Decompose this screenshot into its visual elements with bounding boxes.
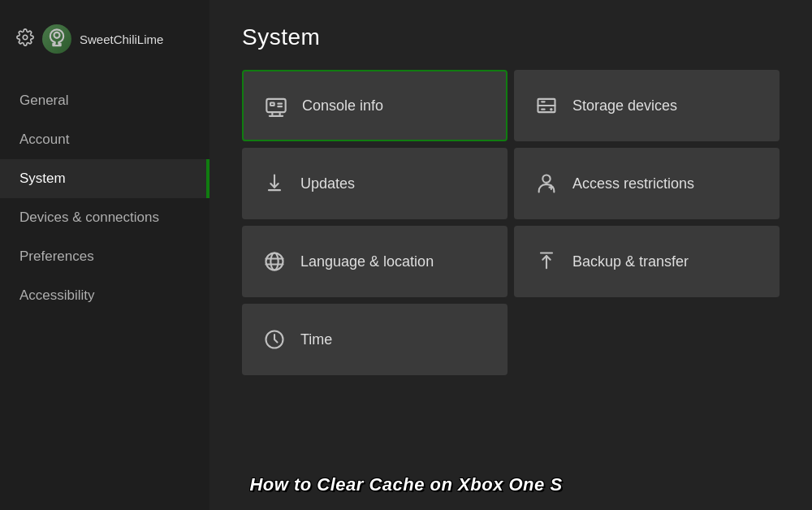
main-content: System Console info bbox=[209, 0, 812, 510]
console-info-icon bbox=[263, 94, 289, 117]
page-title: System bbox=[242, 24, 780, 50]
svg-point-13 bbox=[550, 108, 553, 111]
time-icon bbox=[261, 328, 287, 351]
language-location-icon bbox=[261, 250, 287, 273]
language-location-tile[interactable]: Language & location bbox=[242, 226, 508, 297]
sidebar-item-general[interactable]: General bbox=[0, 81, 209, 120]
access-restrictions-label: Access restrictions bbox=[572, 175, 694, 192]
sidebar-item-accessibility[interactable]: Accessibility bbox=[0, 276, 209, 315]
access-restrictions-tile[interactable]: Access restrictions bbox=[514, 148, 780, 219]
avatar bbox=[42, 24, 71, 54]
svg-rect-6 bbox=[270, 103, 274, 106]
console-info-tile[interactable]: Console info bbox=[242, 70, 508, 141]
sidebar: SweetChiliLime General Account System De… bbox=[0, 0, 209, 510]
username-label: SweetChiliLime bbox=[80, 32, 163, 46]
svg-point-19 bbox=[266, 253, 283, 270]
backup-transfer-tile[interactable]: Backup & transfer bbox=[514, 226, 780, 297]
storage-devices-label: Storage devices bbox=[572, 97, 677, 115]
svg-point-20 bbox=[270, 253, 278, 270]
updates-label: Updates bbox=[300, 175, 355, 192]
sidebar-item-system[interactable]: System bbox=[0, 159, 209, 198]
backup-transfer-label: Backup & transfer bbox=[572, 253, 689, 270]
svg-point-16 bbox=[542, 175, 550, 183]
sidebar-item-preferences[interactable]: Preferences bbox=[0, 237, 209, 276]
sidebar-header: SweetChiliLime bbox=[0, 16, 209, 73]
svg-rect-2 bbox=[266, 99, 285, 112]
backup-transfer-icon bbox=[533, 250, 559, 273]
language-location-label: Language & location bbox=[300, 253, 434, 270]
svg-point-1 bbox=[54, 32, 60, 38]
updates-icon bbox=[261, 172, 287, 195]
settings-grid: Console info Storage devices bbox=[242, 70, 780, 375]
access-restrictions-icon bbox=[533, 172, 559, 195]
sidebar-nav: General Account System Devices & connect… bbox=[0, 81, 209, 315]
svg-point-0 bbox=[23, 35, 28, 40]
time-tile[interactable]: Time bbox=[242, 304, 508, 375]
bottom-caption: How to Clear Cache on Xbox One S bbox=[0, 474, 812, 495]
sidebar-item-account[interactable]: Account bbox=[0, 120, 209, 159]
storage-devices-icon bbox=[533, 94, 559, 117]
sidebar-item-devices[interactable]: Devices & connections bbox=[0, 198, 209, 237]
updates-tile[interactable]: Updates bbox=[242, 148, 508, 219]
time-label: Time bbox=[300, 331, 332, 348]
storage-devices-tile[interactable]: Storage devices bbox=[514, 70, 780, 141]
gear-icon bbox=[16, 28, 34, 50]
console-info-label: Console info bbox=[302, 97, 383, 115]
